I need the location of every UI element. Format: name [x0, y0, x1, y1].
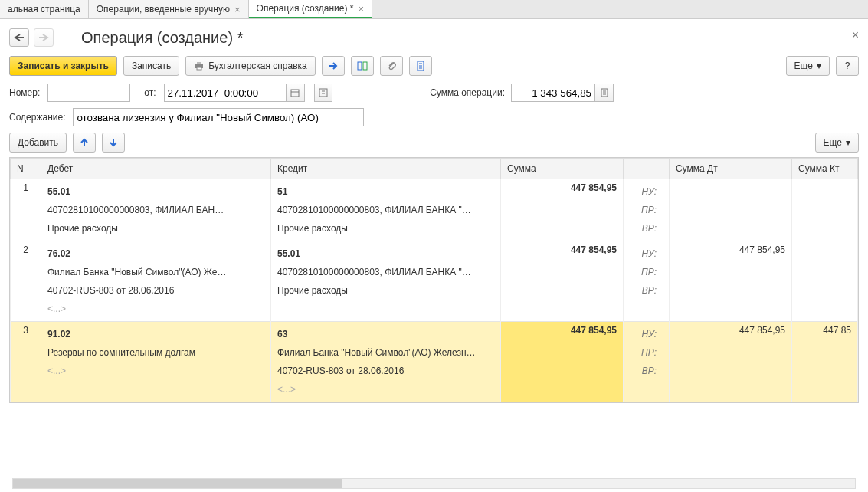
- registers-icon: [357, 61, 368, 71]
- sum-input[interactable]: [511, 84, 595, 102]
- tab-label: Операция (создание) *: [257, 3, 354, 14]
- date-input[interactable]: [164, 84, 287, 102]
- tag-vr: ВР:: [630, 281, 663, 300]
- tab-manual-ops[interactable]: Операции, введенные вручную ×: [89, 0, 249, 18]
- entries-table: N Дебет Кредит Сумма Сумма Дт Сумма Кт 1…: [9, 157, 859, 403]
- row-sum: 447 854,95: [501, 322, 624, 402]
- debit-line: <...>: [47, 300, 264, 318]
- svg-rect-6: [363, 62, 367, 70]
- row-sum: 447 854,95: [501, 179, 624, 241]
- move-down-button[interactable]: [102, 133, 125, 153]
- debit-account: 91.02: [47, 325, 264, 343]
- nav-back-button[interactable]: [9, 28, 29, 47]
- tag-nu: НУ:: [630, 325, 663, 343]
- credit-line: Филиал Банка "Новый Символ"(АО) Железн…: [277, 343, 494, 362]
- save-button[interactable]: Записать: [123, 56, 179, 76]
- debit-account: 76.02: [47, 244, 264, 263]
- debit-line: 40702-RUS-803 от 28.06.2016: [47, 281, 264, 300]
- paperclip-icon: [387, 61, 396, 71]
- calendar-icon[interactable]: [287, 84, 305, 102]
- row-sum-dt: 447 854,95: [670, 241, 792, 322]
- table-row[interactable]: 2 76.02 Филиал Банка "Новый Символ"(АО) …: [11, 241, 858, 322]
- attachments-button[interactable]: [380, 56, 403, 76]
- button-label: Записать и закрыть: [18, 61, 109, 71]
- tag-nu: НУ:: [630, 182, 663, 201]
- help-button[interactable]: ?: [836, 56, 859, 76]
- document-button[interactable]: [409, 56, 432, 76]
- credit-line: Прочие расходы: [277, 281, 494, 300]
- svg-rect-3: [197, 62, 201, 64]
- table-row[interactable]: 1 55.01 40702810100000000803, ФИЛИАЛ БАН…: [11, 179, 858, 241]
- add-row-button[interactable]: Добавить: [9, 133, 67, 153]
- chevron-down-icon: ▾: [846, 137, 850, 148]
- tab-operation-create[interactable]: Операция (создание) * ×: [249, 0, 372, 18]
- table-row[interactable]: 3 91.02 Резервы по сомнительным долгам <…: [11, 322, 858, 402]
- credit-line: <...>: [277, 380, 494, 399]
- tab-bar: альная страница Операции, введенные вруч…: [0, 0, 868, 19]
- button-label: Еще: [794, 61, 813, 71]
- svg-rect-5: [358, 62, 362, 70]
- credit-line: 40702810100000000803, ФИЛИАЛ БАНКА "…: [277, 201, 494, 219]
- calculator-icon[interactable]: [595, 84, 614, 102]
- row-sum-kt: [792, 179, 858, 241]
- arrow-up-icon: [80, 138, 89, 147]
- col-n[interactable]: N: [11, 159, 41, 179]
- col-tag: [624, 159, 670, 179]
- from-label: от:: [144, 87, 156, 98]
- scrollbar-thumb[interactable]: [13, 479, 342, 488]
- button-label: Еще: [824, 137, 842, 148]
- row-sum: 447 854,95: [501, 241, 624, 322]
- page-title: Операция (создание) *: [81, 29, 243, 47]
- more-button[interactable]: Еще ▾: [786, 56, 830, 76]
- horizontal-scrollbar[interactable]: [12, 478, 856, 489]
- debit-line: Филиал Банка "Новый Символ"(АО) Же…: [47, 263, 264, 281]
- debit-line: Резервы по сомнительным долгам: [47, 343, 264, 362]
- content-input[interactable]: [73, 108, 364, 126]
- col-debit[interactable]: Дебет: [41, 159, 271, 179]
- tag-pr: ПР:: [630, 201, 663, 219]
- credit-line: 40702810100000000803, ФИЛИАЛ БАНКА "…: [277, 263, 494, 281]
- arrow-right-icon: [328, 61, 339, 71]
- chevron-down-icon: ▾: [817, 61, 821, 71]
- col-sum[interactable]: Сумма: [501, 159, 624, 179]
- number-input[interactable]: [47, 84, 130, 102]
- row-sum-kt: [792, 241, 858, 322]
- debit-line: 40702810100000000803, ФИЛИАЛ БАН…: [47, 201, 264, 219]
- col-credit[interactable]: Кредит: [271, 159, 501, 179]
- svg-rect-4: [197, 67, 201, 70]
- tab-main-page[interactable]: альная страница: [0, 0, 89, 18]
- close-icon[interactable]: ×: [234, 4, 241, 15]
- debit-line: Прочие расходы: [47, 219, 264, 238]
- credit-line: 40702-RUS-803 от 28.06.2016: [277, 362, 494, 380]
- close-page-button[interactable]: ×: [852, 28, 859, 42]
- arrow-down-icon: [109, 138, 118, 147]
- tag-vr: ВР:: [630, 219, 663, 238]
- document-icon: [416, 61, 425, 71]
- row-num: 1: [11, 179, 41, 241]
- save-and-close-button[interactable]: Записать и закрыть: [9, 56, 117, 76]
- registers-button[interactable]: [351, 56, 374, 76]
- transfer-button[interactable]: [322, 56, 345, 76]
- tag-vr: ВР:: [630, 362, 663, 380]
- tab-label: альная страница: [8, 4, 80, 15]
- button-label: Бухгалтерская справка: [208, 61, 307, 71]
- print-reference-button[interactable]: Бухгалтерская справка: [185, 56, 316, 76]
- col-sum-kt[interactable]: Сумма Кт: [792, 159, 858, 179]
- number-label: Номер:: [9, 87, 40, 98]
- button-label: Записать: [132, 61, 171, 71]
- close-icon[interactable]: ×: [358, 3, 364, 15]
- table-more-button[interactable]: Еще ▾: [815, 133, 859, 153]
- credit-account: 55.01: [277, 244, 494, 263]
- debit-account: 55.01: [47, 182, 264, 201]
- svg-rect-11: [291, 90, 299, 97]
- tag-nu: НУ:: [630, 244, 663, 263]
- nav-forward-button[interactable]: [34, 28, 54, 47]
- svg-rect-13: [319, 89, 327, 97]
- col-sum-dt[interactable]: Сумма Дт: [670, 159, 792, 179]
- date-related-button[interactable]: [314, 84, 332, 102]
- credit-account: 63: [277, 325, 494, 343]
- move-up-button[interactable]: [73, 133, 96, 153]
- tab-label: Операции, введенные вручную: [97, 4, 230, 15]
- tag-pr: ПР:: [630, 263, 663, 281]
- toolbar: Записать и закрыть Записать Бухгалтерска…: [9, 51, 859, 84]
